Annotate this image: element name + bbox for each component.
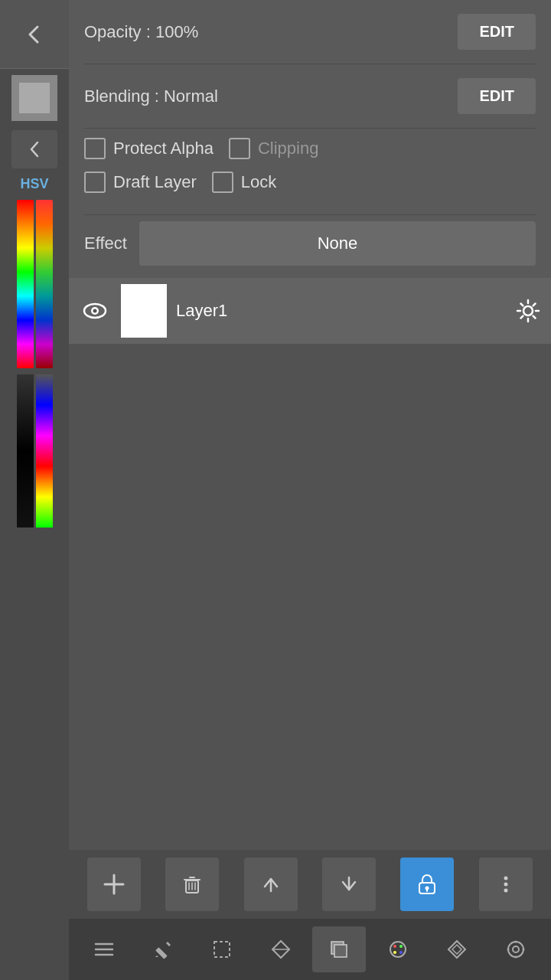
bottom-nav	[69, 919, 551, 980]
checkboxes-section: Protect Alpha Clipping Draft Layer Lock	[69, 129, 551, 214]
svg-point-25	[504, 877, 507, 880]
lock-layer-button[interactable]	[400, 858, 454, 911]
arrow-up-icon	[259, 873, 282, 896]
svg-line-10	[533, 304, 536, 306]
left-sidebar: HSV	[0, 0, 69, 980]
hue-strip[interactable]	[17, 200, 34, 368]
move-layer-up-button[interactable]	[244, 858, 298, 911]
sidebar-back-button[interactable]	[11, 130, 57, 168]
opacity-label: Opacity : 100%	[84, 22, 198, 42]
color-box[interactable]	[11, 75, 57, 121]
svg-point-47	[514, 956, 517, 959]
nav-layers-button[interactable]	[312, 926, 366, 972]
arrow-down-icon	[337, 873, 360, 896]
svg-point-48	[507, 949, 509, 951]
sidebar-top[interactable]	[0, 0, 69, 69]
layer-visibility-button[interactable]	[78, 294, 112, 328]
blending-label: Blending : Normal	[84, 87, 218, 106]
more-options-button[interactable]	[479, 858, 533, 911]
effect-label: Effect	[84, 234, 127, 253]
blending-edit-button[interactable]: EDIT	[458, 78, 536, 114]
checkbox-row-1: Protect Alpha Clipping	[84, 138, 536, 159]
svg-marker-42	[448, 941, 465, 958]
bottom-toolbar	[69, 850, 551, 919]
eraser-icon	[270, 939, 292, 960]
main-content: Opacity : 100% EDIT Blending : Normal ED…	[69, 0, 551, 980]
chevron-left-icon	[24, 139, 45, 160]
svg-rect-31	[155, 947, 168, 959]
dark-strip-1[interactable]	[17, 374, 34, 528]
layer-thumbnail	[121, 284, 167, 338]
nav-selection-button[interactable]	[195, 926, 249, 972]
pencil-icon	[152, 939, 174, 960]
table-row: Layer1	[69, 278, 551, 345]
lock-checkbox[interactable]	[212, 172, 233, 193]
svg-point-26	[504, 883, 507, 887]
svg-rect-33	[214, 942, 230, 957]
dark-strips	[14, 371, 56, 531]
effects-icon	[446, 939, 468, 960]
delete-layer-button[interactable]	[165, 858, 219, 911]
nav-menu-button[interactable]	[77, 926, 131, 972]
move-layer-down-button[interactable]	[322, 858, 376, 911]
saturation-strip[interactable]	[36, 200, 53, 368]
layers-panel: Layer1	[69, 278, 551, 850]
selection-icon	[211, 939, 233, 960]
color-inner	[19, 83, 50, 113]
nav-edit-button[interactable]	[136, 926, 190, 972]
color-strips	[14, 197, 56, 371]
layer-name: Layer1	[176, 301, 505, 321]
nav-settings-button[interactable]	[489, 926, 543, 972]
clipping-checkbox[interactable]	[229, 138, 250, 159]
svg-line-8	[521, 304, 523, 306]
nav-effects-button[interactable]	[430, 926, 484, 972]
hsv-label[interactable]: HSV	[20, 176, 48, 192]
layer-settings-button[interactable]	[514, 297, 542, 325]
effect-dropdown[interactable]: None	[139, 221, 536, 266]
lock-icon	[415, 872, 439, 897]
svg-point-27	[504, 889, 507, 893]
back-icon	[21, 21, 48, 48]
protect-alpha-item[interactable]: Protect Alpha	[84, 138, 214, 159]
svg-point-49	[522, 949, 524, 951]
eye-icon	[81, 297, 109, 325]
clipping-label: Clipping	[258, 139, 319, 158]
svg-point-45	[513, 946, 519, 952]
opacity-edit-button[interactable]: EDIT	[458, 14, 536, 50]
svg-point-46	[514, 941, 517, 943]
protect-alpha-label: Protect Alpha	[113, 139, 214, 158]
palette-icon	[387, 939, 409, 960]
lock-label: Lock	[241, 172, 276, 192]
svg-marker-43	[452, 945, 461, 954]
draft-layer-checkbox[interactable]	[84, 172, 106, 193]
nav-palette-button[interactable]	[371, 926, 425, 972]
checkbox-row-2: Draft Layer Lock	[84, 172, 536, 193]
draft-layer-label: Draft Layer	[113, 172, 197, 192]
settings-icon	[505, 939, 527, 960]
clipping-item[interactable]: Clipping	[229, 138, 319, 159]
svg-point-39	[399, 945, 403, 948]
svg-rect-36	[334, 945, 347, 957]
svg-point-37	[390, 942, 406, 957]
gear-icon	[515, 298, 541, 324]
svg-line-9	[533, 316, 536, 318]
protect-alpha-checkbox[interactable]	[84, 138, 106, 159]
lock-item[interactable]: Lock	[212, 172, 276, 193]
draft-layer-item[interactable]: Draft Layer	[84, 172, 197, 193]
add-layer-button[interactable]	[87, 858, 141, 911]
dark-strip-2[interactable]	[36, 374, 53, 528]
svg-point-2	[93, 309, 97, 313]
svg-point-41	[393, 951, 396, 954]
svg-point-3	[523, 306, 533, 315]
nav-eraser-button[interactable]	[254, 926, 308, 972]
svg-line-11	[521, 316, 523, 318]
trash-icon	[181, 873, 204, 896]
layers-icon	[328, 938, 350, 961]
svg-point-40	[399, 951, 403, 954]
blending-section: Blending : Normal EDIT	[69, 64, 551, 128]
svg-point-38	[393, 945, 396, 948]
opacity-section: Opacity : 100% EDIT	[69, 0, 551, 64]
effect-section: Effect None	[69, 215, 551, 272]
svg-point-44	[508, 942, 523, 957]
menu-icon	[93, 938, 116, 961]
